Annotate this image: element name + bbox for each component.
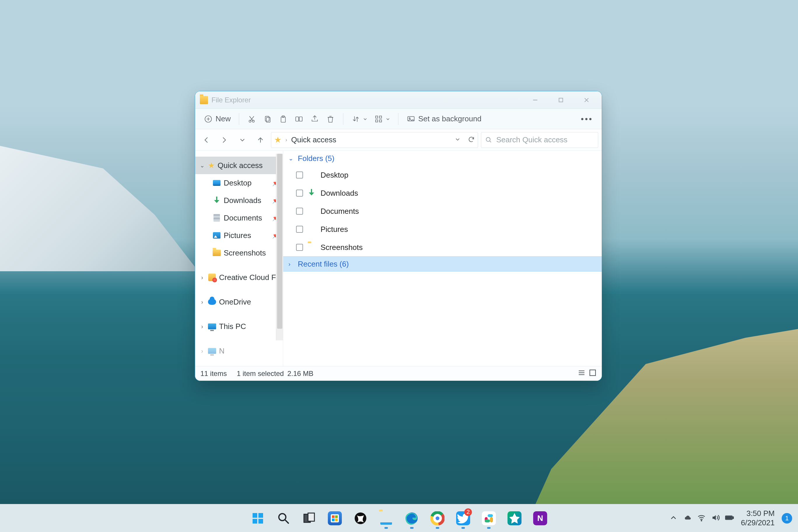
svg-line-36 [285, 520, 289, 524]
search-button[interactable] [272, 507, 295, 530]
sidebar-item-downloads[interactable]: Downloads 📌 [195, 192, 283, 209]
navigation-row: ★ › Quick access [195, 129, 602, 151]
sidebar-item-label: Screenshots [224, 248, 266, 258]
toolbar-separator [239, 113, 239, 125]
start-button[interactable] [246, 507, 269, 530]
sidebar-item-screenshots[interactable]: Screenshots [195, 244, 283, 262]
close-button[interactable] [574, 91, 600, 109]
checkbox[interactable] [296, 244, 303, 251]
wifi-tray-icon[interactable] [697, 513, 706, 523]
forward-button[interactable] [217, 132, 232, 148]
search-input[interactable] [496, 135, 594, 145]
checkbox[interactable] [296, 208, 303, 215]
refresh-button[interactable] [468, 136, 475, 144]
back-button[interactable] [198, 132, 214, 148]
group-header-label: Recent files (6) [298, 260, 349, 269]
chevron-right-icon: › [199, 323, 205, 330]
sidebar-this-pc[interactable]: › This PC [195, 318, 283, 335]
onedrive-tray-icon[interactable] [683, 513, 692, 523]
this-pc-icon [208, 323, 216, 329]
address-bar[interactable]: ★ › Quick access [271, 132, 478, 148]
titlebar[interactable]: File Explorer [195, 91, 602, 109]
notification-center-button[interactable]: 1 [782, 513, 792, 524]
folder-item-downloads[interactable]: Downloads [283, 184, 602, 202]
sort-button[interactable] [348, 112, 371, 126]
minimize-button[interactable] [522, 91, 548, 109]
sidebar-creative-cloud[interactable]: › Creative Cloud Fil [195, 269, 283, 286]
microsoft-store-button[interactable] [323, 507, 346, 530]
search-box[interactable] [481, 132, 598, 148]
checkbox[interactable] [296, 190, 303, 196]
copy-button[interactable] [260, 112, 276, 126]
window-title: File Explorer [211, 96, 251, 104]
tray-overflow-button[interactable] [669, 513, 678, 523]
maximize-button[interactable] [548, 91, 574, 109]
address-dropdown-button[interactable] [454, 136, 461, 144]
svg-rect-14 [282, 115, 284, 117]
file-explorer-taskbar-button[interactable] [375, 507, 398, 530]
scrollbar-thumb[interactable] [277, 154, 282, 329]
group-header-folders[interactable]: ⌄ Folders (5) [283, 151, 602, 166]
cut-button[interactable] [244, 112, 260, 126]
svg-rect-19 [376, 116, 378, 118]
taskbar-clock[interactable]: 3:50 PM 6/29/2021 [741, 509, 775, 527]
item-label: Documents [321, 207, 359, 216]
svg-rect-49 [490, 517, 493, 522]
folder-item-screenshots[interactable]: Screenshots [283, 238, 602, 256]
chevron-down-icon: ⌄ [199, 162, 205, 169]
twitter-button[interactable]: 2 [452, 507, 475, 530]
svg-rect-20 [379, 116, 382, 118]
chrome-button[interactable] [426, 507, 449, 530]
battery-tray-icon[interactable] [725, 513, 734, 523]
thumbnails-view-button[interactable] [589, 369, 596, 378]
sidebar-item-documents[interactable]: Documents 📌 [195, 209, 283, 227]
sidebar-onedrive[interactable]: › OneDrive [195, 293, 283, 311]
system-tray: 3:50 PM 6/29/2021 1 [669, 509, 798, 527]
sidebar-item-desktop[interactable]: Desktop 📌 [195, 174, 283, 192]
sidebar-item-label: Pictures [224, 231, 251, 240]
chevron-right-icon: › [199, 348, 205, 354]
svg-point-25 [486, 137, 490, 141]
taskbar: 2 N 3:50 PM 6/29/2021 1 [0, 504, 798, 532]
sidebar-item-label: Downloads [224, 196, 261, 205]
more-options-button[interactable]: ••• [577, 112, 596, 126]
new-button[interactable]: New [201, 112, 234, 126]
network-icon [208, 348, 216, 354]
paste-button[interactable] [276, 112, 291, 126]
folder-item-pictures[interactable]: Pictures [283, 220, 602, 238]
status-bar: 11 items 1 item selected 2.16 MB [195, 366, 602, 381]
volume-tray-icon[interactable] [711, 513, 720, 523]
sidebar-network[interactable]: › N [195, 342, 283, 360]
rename-button[interactable] [291, 112, 307, 126]
sidebar-quick-access[interactable]: ⌄ ★ Quick access [195, 157, 283, 174]
onenote-button[interactable]: N [529, 507, 552, 530]
folder-item-desktop[interactable]: Desktop [283, 166, 602, 184]
slack-button[interactable] [477, 507, 500, 530]
up-button[interactable] [253, 132, 268, 148]
details-view-button[interactable] [578, 369, 585, 378]
svg-rect-12 [266, 117, 270, 122]
xbox-button[interactable] [349, 507, 372, 530]
share-button[interactable] [307, 112, 323, 126]
checkbox[interactable] [296, 226, 303, 233]
delete-button[interactable] [323, 112, 338, 126]
task-view-button[interactable] [298, 507, 321, 530]
sidebar-item-pictures[interactable]: Pictures 📌 [195, 227, 283, 244]
group-header-recent-files[interactable]: › Recent files (6) [283, 256, 602, 271]
item-label: Downloads [321, 189, 358, 198]
sidebar-scrollbar[interactable] [276, 154, 283, 340]
sidebar-quick-access-label: Quick access [217, 161, 263, 170]
svg-rect-48 [488, 514, 493, 517]
svg-point-35 [279, 514, 286, 520]
recent-locations-button[interactable] [235, 132, 250, 148]
checkbox[interactable] [296, 171, 303, 178]
folder-item-documents[interactable]: Documents [283, 202, 602, 220]
breadcrumb-quick-access[interactable]: Quick access [291, 135, 336, 145]
edge-button[interactable] [400, 507, 423, 530]
set-as-background-button[interactable]: Set as background [403, 112, 485, 126]
file-explorer-icon [200, 96, 208, 104]
view-button[interactable] [371, 112, 394, 126]
svg-rect-34 [259, 519, 263, 524]
content-pane: ⌄ Folders (5) Desktop Downloads Document… [283, 151, 602, 366]
bluestacks-button[interactable] [503, 507, 526, 530]
